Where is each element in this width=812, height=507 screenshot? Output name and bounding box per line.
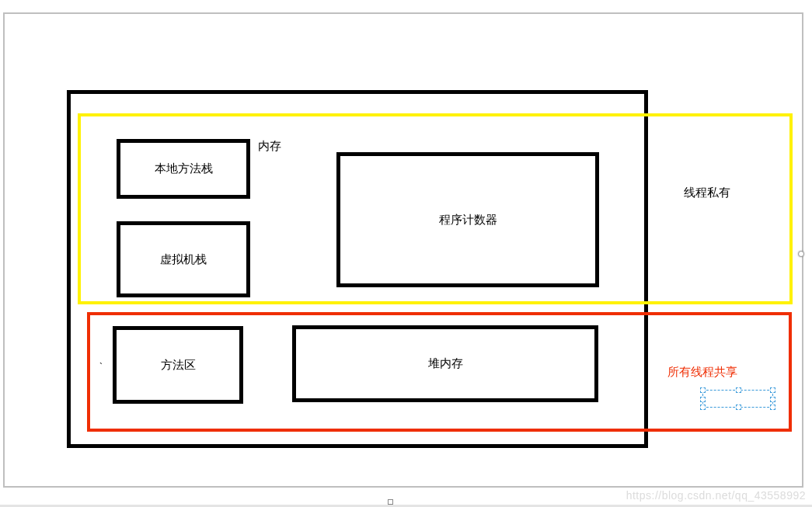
- resize-handle-icon[interactable]: [736, 387, 741, 393]
- vm-stack-box: 虚拟机栈: [117, 221, 250, 297]
- resize-handle-icon[interactable]: [770, 387, 775, 393]
- thread-private-label: 线程私有: [684, 186, 730, 200]
- thread-shared-label: 所有线程共享: [667, 365, 737, 380]
- resize-handle-icon[interactable]: [770, 397, 775, 402]
- native-method-stack-label: 本地方法栈: [155, 161, 213, 176]
- canvas-area: 本地方法栈 虚拟机栈 程序计数器 方法区 堆内存 内存 线程私有 所有线程共享 …: [3, 12, 803, 488]
- heap-memory-label: 堆内存: [428, 356, 463, 371]
- resize-handle-icon[interactable]: [388, 499, 393, 505]
- method-area-box: 方法区: [113, 326, 243, 404]
- method-area-label: 方法区: [161, 358, 196, 373]
- resize-handle-icon[interactable]: [700, 387, 706, 393]
- watermark-text: https://blog.csdn.net/qq_43558992: [626, 489, 806, 502]
- native-method-stack-box: 本地方法栈: [117, 139, 250, 199]
- resize-handle-icon[interactable]: [700, 397, 706, 402]
- heap-memory-box: 堆内存: [292, 325, 598, 402]
- resize-handle-icon[interactable]: [700, 405, 706, 410]
- memory-label: 内存: [258, 139, 281, 154]
- vm-stack-label: 虚拟机栈: [160, 252, 207, 267]
- resize-handle-icon[interactable]: [770, 405, 775, 410]
- program-counter-box: 程序计数器: [336, 152, 599, 287]
- resize-handle-icon[interactable]: [736, 405, 741, 410]
- tick-mark: `: [99, 362, 103, 373]
- rotation-handle-icon[interactable]: [798, 251, 804, 257]
- program-counter-label: 程序计数器: [439, 213, 497, 227]
- text-selection-box[interactable]: [702, 390, 773, 408]
